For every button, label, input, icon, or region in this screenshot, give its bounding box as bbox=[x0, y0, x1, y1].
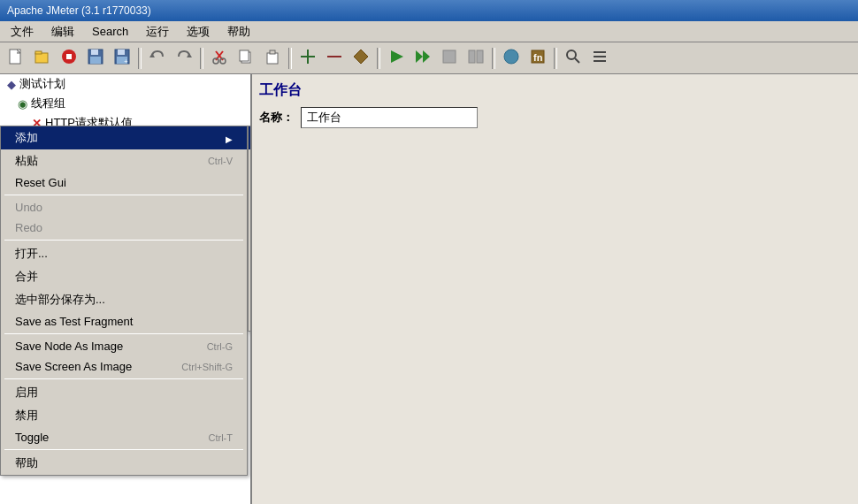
ctx-paste[interactable]: 粘贴 Ctrl-V bbox=[1, 149, 247, 172]
menu-run[interactable]: 运行 bbox=[139, 22, 176, 42]
submenu-nontestelem: 非测试元件 逻辑控制器 配置元件 定时器 前置处理器 Sampler bbox=[248, 126, 252, 332]
save-as-icon: + bbox=[113, 48, 131, 68]
ctx-savefragment[interactable]: Save as Test Fragment bbox=[1, 311, 247, 332]
menu-edit[interactable]: 编辑 bbox=[44, 22, 81, 42]
menu-file[interactable]: 文件 bbox=[4, 22, 41, 42]
toolbar-remote[interactable] bbox=[349, 46, 373, 71]
svg-rect-19 bbox=[240, 50, 249, 61]
svg-rect-29 bbox=[443, 50, 456, 63]
svg-rect-9 bbox=[118, 50, 125, 55]
ctx-add[interactable]: 添加 bbox=[1, 126, 247, 149]
ctx-toggle-label: Toggle bbox=[15, 431, 49, 444]
sub-sampler[interactable]: Sampler bbox=[249, 241, 252, 262]
toolbar-open[interactable] bbox=[30, 46, 55, 71]
ctx-toggle[interactable]: Toggle Ctrl-T bbox=[1, 427, 247, 447]
toolbar-stop-all[interactable] bbox=[463, 46, 488, 71]
ctx-savenodeimage-shortcut: Ctrl-G bbox=[207, 341, 233, 352]
svg-rect-21 bbox=[270, 50, 275, 54]
ctx-enable[interactable]: 启用 bbox=[1, 381, 247, 404]
expand-icon bbox=[299, 48, 317, 68]
ctx-savepartial[interactable]: 选中部分保存为... bbox=[1, 288, 247, 311]
sub-configelem[interactable]: 配置元件 bbox=[249, 172, 252, 195]
thread-group-icon: ◉ bbox=[18, 97, 27, 111]
toolbar-func[interactable]: fn bbox=[525, 46, 550, 71]
toolbar-run[interactable] bbox=[384, 46, 409, 71]
menu-search[interactable]: Search bbox=[85, 23, 135, 40]
workbench-name-row: 名称： 工作台 bbox=[259, 107, 851, 128]
paste-icon bbox=[264, 48, 281, 68]
toolbar-search[interactable] bbox=[561, 46, 586, 71]
sub-assertion[interactable]: 断言 bbox=[249, 285, 252, 308]
save-icon bbox=[87, 48, 104, 68]
toolbar-sep-1 bbox=[138, 48, 142, 69]
toolbar-sep-3 bbox=[288, 48, 292, 69]
toolbar-stop-red[interactable] bbox=[57, 46, 81, 71]
sub-logiccontroller[interactable]: 逻辑控制器 bbox=[249, 149, 252, 172]
ctx-add-label: 添加 bbox=[15, 130, 38, 146]
func-icon: fn bbox=[529, 48, 547, 68]
svg-text:+: + bbox=[124, 57, 128, 65]
svg-point-35 bbox=[567, 50, 576, 59]
svg-point-32 bbox=[504, 50, 518, 64]
toolbar-extra[interactable] bbox=[587, 46, 612, 71]
open-icon bbox=[34, 48, 51, 68]
ctx-savescreenimage[interactable]: Save Screen As Image Ctrl+Shift-G bbox=[1, 356, 247, 377]
svg-rect-1 bbox=[35, 53, 48, 63]
name-field-label: 名称： bbox=[259, 110, 294, 126]
menu-help[interactable]: 帮助 bbox=[220, 22, 257, 42]
test-plan-icon: ◆ bbox=[4, 78, 16, 91]
svg-rect-7 bbox=[90, 57, 101, 64]
ctx-resetgui-label: Reset Gui bbox=[15, 176, 66, 189]
sub-timer[interactable]: 定时器 bbox=[249, 195, 252, 218]
main-area: ◆ 测试计划 ◉ 线程组 ✕ HTTP请求默认值 🔧 工作台 添加 粘贴 Ctr… bbox=[0, 74, 858, 504]
svg-marker-28 bbox=[423, 50, 430, 63]
svg-rect-24 bbox=[327, 56, 341, 57]
sub-listener[interactable]: 监听器 bbox=[249, 308, 252, 331]
toolbar-save[interactable] bbox=[83, 46, 108, 71]
toolbar-stop-btn[interactable] bbox=[437, 46, 462, 71]
ctx-resetgui[interactable]: Reset Gui bbox=[1, 172, 247, 193]
ctx-savenodeimage[interactable]: Save Node As Image Ctrl-G bbox=[1, 336, 247, 356]
remote-icon bbox=[352, 48, 370, 68]
toolbar-redo[interactable] bbox=[172, 46, 196, 71]
toolbar-collapse[interactable] bbox=[322, 46, 347, 71]
right-panel: 工作台 名称： 工作台 bbox=[252, 74, 858, 504]
ctx-redo: Redo bbox=[1, 218, 247, 238]
toolbar-run-all[interactable] bbox=[410, 46, 435, 71]
stop-all-icon bbox=[467, 48, 485, 68]
extra-icon bbox=[591, 48, 609, 68]
ctx-sep-3 bbox=[4, 333, 243, 334]
clear-icon bbox=[502, 48, 520, 68]
toolbar-paste[interactable] bbox=[260, 46, 285, 71]
toolbar-sep-6 bbox=[554, 48, 557, 69]
sub-postprocessor[interactable]: 后置处理器 bbox=[249, 262, 252, 285]
collapse-icon bbox=[326, 48, 343, 68]
sub-preprocessor[interactable]: 前置处理器 bbox=[249, 218, 252, 241]
ctx-paste-label: 粘贴 bbox=[15, 153, 38, 169]
toolbar-new[interactable] bbox=[4, 46, 28, 71]
ctx-open[interactable]: 打开... bbox=[1, 242, 247, 265]
toolbar-copy[interactable] bbox=[234, 46, 258, 71]
toolbar-undo[interactable] bbox=[145, 46, 170, 71]
tree-item-threadgroup[interactable]: ◉ 线程组 bbox=[0, 94, 250, 113]
name-field-value[interactable]: 工作台 bbox=[301, 107, 478, 128]
svg-rect-23 bbox=[307, 50, 309, 64]
ctx-sep-5 bbox=[4, 449, 243, 450]
ctx-sep-2 bbox=[4, 240, 243, 241]
ctx-savepartial-label: 选中部分保存为... bbox=[15, 292, 105, 308]
svg-marker-26 bbox=[391, 50, 403, 63]
ctx-savescreenimage-label: Save Screen As Image bbox=[15, 360, 132, 373]
toolbar-clear[interactable] bbox=[499, 46, 524, 71]
toolbar-expand[interactable] bbox=[295, 46, 320, 71]
ctx-disable-label: 禁用 bbox=[15, 408, 38, 424]
toolbar-search-icon bbox=[564, 48, 582, 68]
ctx-merge[interactable]: 合并 bbox=[1, 265, 247, 288]
menu-options[interactable]: 选项 bbox=[180, 22, 217, 42]
ctx-disable[interactable]: 禁用 bbox=[1, 404, 247, 427]
toolbar-cut[interactable] bbox=[207, 46, 232, 71]
toolbar-save-as[interactable]: + bbox=[110, 46, 134, 71]
new-icon bbox=[7, 48, 25, 68]
ctx-help[interactable]: 帮助 bbox=[1, 452, 247, 475]
sub-nontestelem[interactable]: 非测试元件 bbox=[249, 126, 252, 149]
tree-item-testplan[interactable]: ◆ 测试计划 bbox=[0, 74, 250, 94]
